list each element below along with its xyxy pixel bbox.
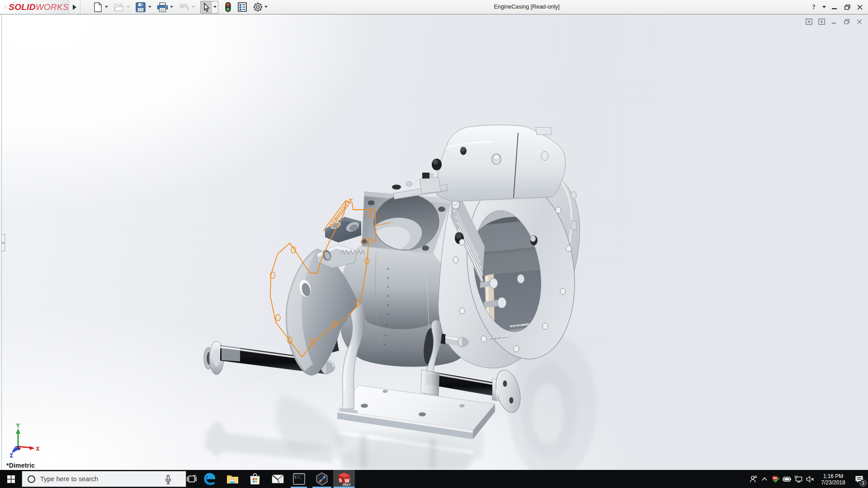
clock-date: 7/23/2018 [816,479,850,486]
volume-muted-icon [806,476,815,483]
mail-icon [272,474,284,483]
orientation-triad: Y X Z [10,423,39,458]
svg-text:C:\_: C:\_ [295,476,302,479]
restore-button[interactable] [842,1,853,13]
options-button[interactable] [252,1,263,13]
solidworks-2017-icon: S W 2017 [337,472,351,486]
print-button[interactable] [156,1,168,13]
svg-text:S: S [339,478,342,483]
system-tray: SW [747,470,868,488]
undo-dropdown[interactable] [191,1,196,13]
next-window-button[interactable] [817,18,826,25]
clock-time: 1:16 PM [816,473,850,479]
ds-logo-icon [4,2,7,13]
battery-icon [783,476,792,482]
close-document-button[interactable] [855,18,863,25]
view-orientation-label: *Dimetric [6,462,35,469]
help-dropdown[interactable] [821,1,827,13]
hidden-icons-button[interactable] [759,470,770,488]
undo-button[interactable] [178,1,190,13]
open-button[interactable] [113,1,125,13]
taskbar: Type here to search [0,470,868,488]
options-dropdown[interactable] [264,1,269,13]
store-button[interactable] [244,470,266,488]
file-explorer-icon [226,474,239,484]
edge-button[interactable] [201,470,219,488]
feature-manager-collapsed-tab[interactable] [1,234,5,251]
solidworks-logo-text: SOLIDWORKS [9,2,69,12]
chevron-up-icon [762,477,767,481]
rebuild-button[interactable] [223,1,233,13]
open-dropdown[interactable] [126,1,131,13]
restore-document-button[interactable] [843,18,851,25]
search-placeholder: Type here to search [40,475,98,483]
cortana-icon [28,475,35,483]
action-center-button[interactable]: 3 [850,470,868,488]
help-button[interactable]: ? [808,1,819,13]
edrawings-button[interactable] [311,470,333,488]
minimize-button[interactable] [829,1,840,13]
solidworks-monitor-button[interactable]: SW [770,470,781,488]
taskbar-clock[interactable]: 1:16 PM 7/23/2018 [816,473,850,486]
volume-button[interactable] [804,470,816,488]
toolbar-flyout-button[interactable] [69,0,80,14]
base-plate[interactable] [337,385,495,439]
close-button[interactable] [854,1,865,13]
notification-badge: 3 [859,479,867,487]
new-document-dropdown[interactable] [104,1,109,13]
mail-button[interactable] [266,470,289,488]
triad-x-label: X [36,446,39,451]
select-tool-dropdown[interactable] [212,1,218,13]
save-dropdown[interactable] [147,1,152,13]
triad-y-label: Y [16,423,20,428]
title-bar: SOLIDWORKS [0,0,868,14]
save-button[interactable] [135,1,146,13]
engine-casing-model: STW000501A Y X Z [0,14,868,470]
window-title: EngineCasing [Read-only] [470,0,583,14]
edge-icon [203,472,217,486]
flyout-arrow-icon [72,4,77,10]
file-properties-button[interactable] [237,1,248,13]
store-icon [250,473,260,485]
file-explorer-button[interactable] [221,470,244,488]
new-document-button[interactable] [92,1,103,13]
command-prompt-icon: C:\_ [293,473,305,485]
start-button[interactable] [0,470,22,488]
taskbar-apps: C:\_ S W 20 [183,470,355,488]
battery-button[interactable] [781,470,793,488]
solidworks-logo: SOLIDWORKS [0,0,69,14]
task-view-button[interactable] [183,470,201,488]
print-dropdown[interactable] [169,1,174,13]
starter-housing[interactable] [437,125,566,202]
viewport-left-edge [1,14,2,470]
network-button[interactable] [793,470,804,488]
command-prompt-button[interactable]: C:\_ [289,470,309,488]
microphone-icon[interactable] [165,475,171,484]
taskbar-search-box[interactable]: Type here to search [22,471,186,487]
solidworks-resource-monitor-icon: SW [772,475,780,483]
feature-manager-tab-dot [2,242,4,244]
task-view-icon [187,475,197,483]
quick-access-toolbar [92,0,269,14]
windows-logo-icon [7,475,15,483]
solidworks-2017-button[interactable]: S W 2017 [333,470,355,488]
triad-z-label: Z [10,453,13,458]
solidworks-window: SOLIDWORKS [0,0,868,488]
svg-text:2017: 2017 [343,483,351,486]
minimize-document-button[interactable] [830,18,838,25]
select-tool-button[interactable] [201,1,212,13]
previous-window-button[interactable] [805,18,813,25]
people-button[interactable] [747,470,759,488]
select-tool-group [200,1,218,14]
graphics-area[interactable]: STW000501A Y X Z [0,14,868,470]
svg-text:SW: SW [773,477,778,479]
document-window-controls [805,18,863,25]
window-controls: ? [808,0,865,14]
network-icon [795,476,803,483]
people-icon [750,475,757,483]
edrawings-icon [316,472,328,486]
